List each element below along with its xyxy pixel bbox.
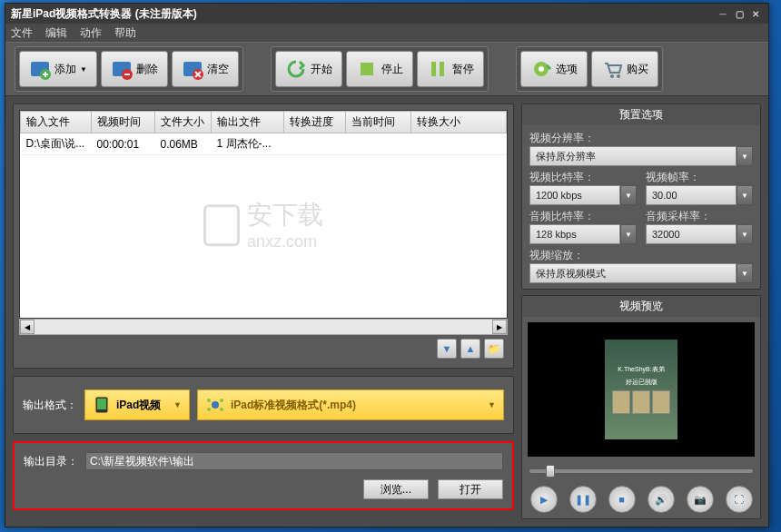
start-label: 开始 — [311, 62, 332, 77]
chevron-down-icon[interactable]: ▼ — [737, 224, 753, 244]
watermark-text2: anxz.com — [247, 232, 323, 251]
asr-select[interactable]: 32000▼ — [646, 224, 753, 244]
dots-icon — [205, 395, 225, 415]
menu-file[interactable]: 文件 — [11, 25, 33, 41]
menu-edit[interactable]: 编辑 — [45, 25, 67, 41]
file-list-panel: 输入文件 视频时间 文件大小 输出文件 转换进度 当前时间 转换大小 D:\桌面… — [13, 103, 514, 369]
chevron-down-icon[interactable]: ▼ — [737, 263, 753, 283]
svg-point-11 — [610, 74, 614, 78]
chevron-down-icon[interactable]: ▼ — [620, 185, 637, 205]
asr-label: 音频采样率： — [646, 210, 711, 222]
start-button[interactable]: 开始 — [275, 51, 342, 87]
preview-caption2: 好运已脱版 — [626, 378, 657, 387]
video-thumbnail: K.TheShyB:表弟 好运已脱版 — [605, 340, 677, 439]
chevron-down-icon[interactable]: ▼ — [620, 224, 637, 244]
vfps-label: 视频帧率： — [646, 171, 700, 183]
abit-select[interactable]: 128 kbps▼ — [529, 224, 637, 244]
minimize-icon[interactable]: ─ — [716, 7, 730, 20]
open-folder-button[interactable]: 📁 — [484, 339, 504, 359]
svg-point-17 — [220, 399, 223, 402]
buy-button[interactable]: 购买 — [591, 51, 658, 87]
refresh-icon — [285, 58, 307, 80]
watermark: 安下载 anxz.com — [203, 198, 323, 251]
options-label: 选项 — [556, 62, 578, 77]
vbit-select[interactable]: 1200 kbps▼ — [529, 185, 637, 205]
stop-preview-button[interactable]: ■ — [608, 486, 636, 513]
cell-output: 1 周杰伦-... — [212, 133, 284, 155]
menu-action[interactable]: 动作 — [80, 25, 102, 41]
format-panel: 输出格式： iPad视频 ▼ iPad标准视频格式(*.mp4) ▼ — [13, 376, 514, 434]
maximize-icon[interactable]: ▢ — [732, 7, 746, 20]
chevron-down-icon: ▼ — [173, 400, 182, 409]
stop-button[interactable]: 停止 — [346, 51, 413, 87]
cart-icon — [601, 58, 623, 80]
format-preset-select[interactable]: iPad标准视频格式(*.mp4) ▼ — [197, 389, 504, 420]
watermark-text1: 安下载 — [247, 198, 323, 232]
scroll-right-icon[interactable]: ▶ — [492, 320, 507, 334]
format-category-select[interactable]: iPad视频 ▼ — [84, 389, 190, 420]
toolbar-group-file: 添加 ▼ 删除 清空 — [15, 46, 243, 92]
buy-label: 购买 — [627, 62, 648, 77]
film-add-icon — [29, 58, 51, 80]
format-label: 输出格式： — [23, 398, 77, 413]
col-input[interactable]: 输入文件 — [21, 112, 92, 133]
play-button[interactable]: ▶ — [530, 486, 558, 513]
toolbar-group-misc: 选项 购买 — [516, 46, 663, 92]
table-row[interactable]: D:\桌面\说... 00:00:01 0.06MB 1 周杰伦-... — [21, 133, 507, 155]
cell-vtime: 00:00:01 — [92, 133, 155, 155]
cell-fsize: 0.06MB — [155, 133, 212, 155]
mute-button[interactable]: 🔊 — [648, 486, 675, 513]
col-output[interactable]: 输出文件 — [212, 112, 284, 133]
open-button[interactable]: 打开 — [438, 479, 503, 499]
titlebar[interactable]: 新星iPad视频格式转换器 (未注册版本) ─ ▢ ✕ — [5, 4, 768, 24]
cell-progress — [284, 133, 346, 155]
add-button[interactable]: 添加 ▼ — [19, 51, 97, 87]
toolbar: 添加 ▼ 删除 清空 开始 停止 暂停 — [5, 42, 768, 96]
preset-panel: 预置选项 视频分辨率： 保持原分辨率▼ 视频比特率： 1200 kbps▼ 视频… — [521, 103, 761, 290]
vfps-select[interactable]: 30.00▼ — [646, 185, 753, 205]
col-fsize[interactable]: 文件大小 — [155, 112, 212, 133]
snapshot-button[interactable]: 📷 — [687, 486, 714, 513]
svg-rect-14 — [97, 399, 106, 409]
svg-rect-7 — [431, 62, 436, 76]
delete-button[interactable]: 删除 — [101, 51, 168, 87]
col-vtime[interactable]: 视频时间 — [92, 112, 155, 133]
ipad-icon — [93, 395, 111, 415]
move-down-button[interactable]: ▼ — [437, 339, 457, 359]
menu-help[interactable]: 帮助 — [114, 25, 136, 41]
svg-point-12 — [617, 74, 620, 78]
scroll-left-icon[interactable]: ◀ — [20, 320, 35, 334]
abit-label: 音频比特率： — [529, 210, 595, 222]
close-icon[interactable]: ✕ — [748, 7, 763, 20]
vbit-label: 视频比特率： — [529, 171, 595, 183]
col-csize[interactable]: 转换大小 — [411, 112, 507, 133]
svg-point-19 — [220, 408, 223, 411]
seek-slider[interactable] — [522, 462, 760, 480]
chevron-down-icon[interactable]: ▼ — [737, 146, 753, 166]
options-button[interactable]: 选项 — [520, 51, 588, 87]
toolbar-group-convert: 开始 停止 暂停 — [271, 46, 489, 92]
preview-caption1: K.TheShyB:表弟 — [618, 365, 664, 374]
pause-button[interactable]: 暂停 — [417, 51, 484, 87]
vres-select[interactable]: 保持原分辨率▼ — [529, 146, 753, 166]
cell-csize — [411, 133, 507, 155]
svg-point-18 — [207, 408, 211, 411]
h-scrollbar[interactable]: ◀ ▶ — [19, 319, 508, 335]
output-dir-input[interactable] — [85, 452, 503, 470]
col-progress[interactable]: 转换进度 — [284, 112, 346, 133]
chevron-down-icon: ▼ — [488, 400, 496, 409]
seek-thumb[interactable] — [546, 465, 555, 478]
vscale-select[interactable]: 保持原视频模式▼ — [529, 263, 753, 283]
preview-video[interactable]: K.TheShyB:表弟 好运已脱版 — [528, 322, 755, 457]
clear-button[interactable]: 清空 — [172, 51, 239, 87]
format-preset-label: iPad标准视频格式(*.mp4) — [231, 398, 356, 413]
pause-preview-button[interactable]: ❚❚ — [569, 486, 597, 513]
chevron-down-icon[interactable]: ▼ — [737, 185, 753, 205]
move-up-button[interactable]: ▲ — [460, 339, 480, 359]
col-curtime[interactable]: 当前时间 — [346, 112, 411, 133]
output-dir-label: 输出目录： — [24, 454, 78, 469]
browse-button[interactable]: 浏览... — [363, 479, 429, 499]
fullscreen-button[interactable]: ⛶ — [726, 486, 753, 513]
pause-label: 暂停 — [452, 62, 474, 77]
file-table[interactable]: 输入文件 视频时间 文件大小 输出文件 转换进度 当前时间 转换大小 D:\桌面… — [19, 110, 508, 319]
